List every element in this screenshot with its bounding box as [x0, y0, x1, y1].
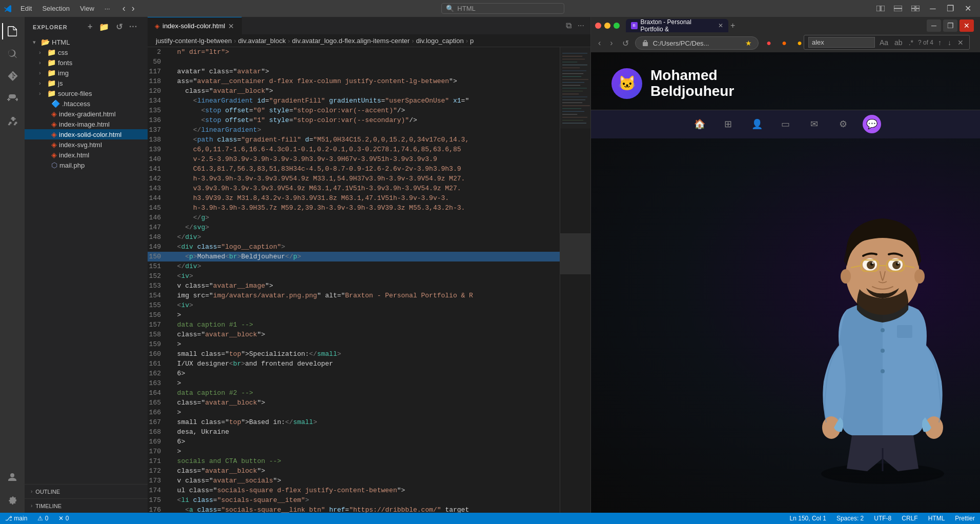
bottom-settings-icon[interactable]: ⚙ — [834, 115, 852, 133]
window-layout-1[interactable] — [872, 2, 889, 16]
tab-name: index-solid-color.html — [162, 22, 225, 30]
code-line: 168 desa, Ukraine — [148, 427, 560, 437]
timeline-panel[interactable]: › TIMELINE — [25, 498, 148, 513]
tree-item-css[interactable]: › 📁 css — [25, 47, 148, 57]
code-line: 157 data caption #1 --> — [148, 320, 560, 330]
browser-win-minimize[interactable]: ─ — [927, 19, 941, 32]
code-area[interactable]: 2 n" dir="ltr"> 50 117 avatar" class="av… — [148, 47, 560, 513]
search-bar[interactable]: 🔍 HTML — [441, 3, 564, 14]
menu-more[interactable]: ··· — [99, 3, 115, 14]
status-cursor-position[interactable]: Ln 150, Col 1 — [785, 513, 831, 524]
breadcrumb-5[interactable]: p — [470, 37, 474, 45]
code-line: 170 > — [148, 447, 560, 456]
browser-maximize-button[interactable] — [614, 23, 620, 29]
activity-settings[interactable] — [2, 490, 23, 511]
browser-bottom-bar: 🏠 ⊞ 👤 ▭ ✉ ⚙ 💬 — [591, 110, 980, 138]
ext-icon-2[interactable]: ● — [777, 36, 791, 50]
tree-item-index[interactable]: ◈ index.html — [25, 150, 148, 160]
ext-icon-1[interactable]: ● — [762, 36, 776, 50]
code-line-highlight: 150 <p>Mohamed<br>Beldjouheur</p> — [148, 252, 560, 261]
status-formatter[interactable]: Prettier — [950, 513, 980, 524]
tree-item-source-files[interactable]: › 📁 source-files — [25, 88, 148, 98]
code-line: 143 v3.9v3.9h-3.9v-3.9v3.9V54.9z M63.1,4… — [148, 184, 560, 193]
code-line: 163 > — [148, 378, 560, 388]
browser-minimize-button[interactable] — [604, 23, 610, 29]
svg-rect-6 — [911, 9, 915, 11]
browser-win-close[interactable]: ✕ — [959, 19, 974, 32]
tab-close-button[interactable]: ✕ — [228, 23, 234, 30]
split-editor-icon[interactable]: ⧉ — [564, 19, 574, 32]
browser-address-bar[interactable]: C:/Users/PC/Des... ★ — [635, 36, 759, 50]
status-errors[interactable]: ✕ 0 — [53, 513, 74, 524]
window-close[interactable]: ✕ — [959, 2, 976, 16]
browser-forward-button[interactable]: › — [607, 36, 616, 50]
status-encoding[interactable]: UTF-8 — [869, 513, 896, 524]
breadcrumb-3[interactable]: div.avatar_logo.d-flex.align-items-cente… — [292, 37, 410, 45]
breadcrumb-4[interactable]: div.logo_caption — [416, 37, 464, 45]
activity-debug[interactable] — [2, 89, 23, 109]
code-line: 120 class="avatar__block"> — [148, 86, 560, 96]
activity-git[interactable] — [2, 66, 23, 87]
outline-panel[interactable]: › OUTLINE — [25, 484, 148, 498]
bottom-chat-icon[interactable]: 💬 — [863, 115, 881, 133]
bookmark-icon[interactable]: ★ — [745, 39, 752, 47]
status-warnings[interactable]: ⚠ 0 — [32, 513, 53, 524]
activity-accounts[interactable] — [2, 468, 23, 488]
nav-back-button[interactable]: ‹ — [119, 1, 129, 16]
refresh-icon[interactable]: ↺ — [114, 21, 125, 33]
tree-item-index-solid-color[interactable]: ◈ index-solid-color.html — [25, 129, 148, 139]
tree-item-index-image[interactable]: ◈ index-image.html — [25, 119, 148, 129]
code-line: 176 <a class="socials-square__link btn" … — [148, 505, 560, 513]
window-restore[interactable]: ❐ — [942, 2, 958, 16]
code-line: 152 <iv> — [148, 271, 560, 281]
more-tab-actions-icon[interactable]: ··· — [576, 19, 586, 32]
tree-item-index-svg[interactable]: ◈ index-svg.html — [25, 139, 148, 150]
menu-edit[interactable]: Edit — [15, 3, 37, 14]
tree-item-js[interactable]: › 📁 js — [25, 78, 148, 88]
more-actions-icon[interactable]: ··· — [127, 21, 139, 33]
svg-rect-0 — [876, 6, 880, 11]
tree-item-mail-php[interactable]: ⬡ mail.php — [25, 160, 148, 170]
bottom-portfolio-icon[interactable]: ▭ — [777, 115, 795, 133]
breadcrumb-1[interactable]: justify-content-lg-between — [156, 37, 232, 45]
window-layout-3[interactable] — [907, 2, 924, 16]
new-file-icon[interactable]: + — [86, 21, 95, 33]
folder-icon: 📁 — [47, 58, 56, 67]
tree-item-img[interactable]: › 📁 img — [25, 68, 148, 78]
menu-bar: Edit Selection View ··· — [15, 3, 115, 14]
minimap[interactable] — [560, 47, 590, 513]
browser-content: 🐱 Mohamed Beldjouheur — [591, 52, 980, 513]
tree-root-html[interactable]: ▾ 📂 HTML — [25, 37, 148, 47]
status-branch[interactable]: ⎇ main — [0, 513, 32, 524]
menu-view[interactable]: View — [75, 3, 99, 14]
browser-tab-close-button[interactable]: ✕ — [718, 22, 723, 29]
window-layout-2[interactable] — [890, 2, 906, 16]
browser-reload-button[interactable]: ↺ — [619, 36, 632, 50]
tree-item-fonts[interactable]: › 📁 fonts — [25, 57, 148, 68]
activity-explorer[interactable] — [2, 21, 23, 42]
status-line-endings[interactable]: CRLF — [896, 513, 923, 524]
browser-tab-active[interactable]: B Braxton - Personal Portfolio & ✕ — [626, 19, 728, 32]
bottom-user-icon[interactable]: 👤 — [748, 115, 766, 133]
nav-forward-button[interactable]: › — [129, 1, 138, 16]
status-language[interactable]: HTML — [923, 513, 950, 524]
tree-item-index-gradient[interactable]: ◈ index-gradient.html — [25, 109, 148, 119]
window-minimize[interactable]: ─ — [925, 2, 941, 16]
browser-new-tab-button[interactable]: + — [728, 19, 737, 32]
bottom-mail-icon[interactable]: ✉ — [805, 115, 824, 133]
bottom-home-icon[interactable]: 🏠 — [690, 115, 709, 133]
code-line: 159 > — [148, 339, 560, 349]
activity-extensions[interactable] — [2, 111, 23, 132]
minimap-slider[interactable] — [560, 233, 590, 274]
browser-win-restore[interactable]: ❐ — [943, 19, 957, 32]
bottom-grid-icon[interactable]: ⊞ — [719, 115, 738, 133]
tree-item-htaccess[interactable]: 🔷 .htaccess — [25, 98, 148, 109]
status-spaces[interactable]: Spaces: 2 — [831, 513, 869, 524]
new-folder-icon[interactable]: 📁 — [97, 21, 112, 33]
editor-tab-active[interactable]: ◈ index-solid-color.html ✕ — [148, 17, 242, 35]
browser-back-button[interactable]: ‹ — [595, 36, 604, 50]
breadcrumb-2[interactable]: div.avatar_block — [238, 37, 285, 45]
activity-search[interactable] — [2, 44, 23, 64]
browser-close-button[interactable] — [595, 23, 601, 29]
menu-selection[interactable]: Selection — [37, 3, 74, 14]
